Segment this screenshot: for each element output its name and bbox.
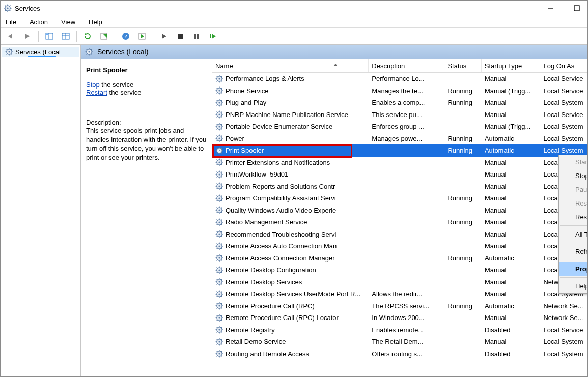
col-startup[interactable]: Startup Type: [482, 59, 541, 72]
tree-root-item[interactable]: Services (Local: [2, 47, 79, 57]
show-hide-tree-button[interactable]: [42, 30, 57, 43]
service-row[interactable]: Phone ServiceManages the te...RunningMan…: [212, 85, 587, 97]
service-name: Power: [226, 135, 244, 142]
service-row[interactable]: Program Compatibility Assistant ServiRun…: [212, 192, 587, 205]
svg-marker-12: [8, 34, 12, 39]
pause-service-button[interactable]: [189, 30, 204, 43]
service-row[interactable]: Plug and PlayEnables a comp...RunningMan…: [212, 97, 587, 109]
action-icon[interactable]: [134, 30, 150, 43]
stop-service-button[interactable]: [173, 30, 188, 43]
pane-header: Services (Local): [81, 45, 587, 59]
service-logon: Network Se...: [540, 302, 587, 310]
start-service-button[interactable]: [156, 30, 172, 43]
service-row[interactable]: Radio Management ServiceRunningManualLoc…: [212, 216, 587, 228]
restart-suffix: the service: [107, 89, 141, 96]
selected-service-name: Print Spooler: [86, 66, 207, 74]
service-row[interactable]: Portable Device Enumerator ServiceEnforc…: [212, 121, 587, 133]
service-name: Routing and Remote Access: [226, 350, 309, 358]
service-description: The Retail Dem...: [369, 338, 444, 345]
sort-asc-icon: [333, 64, 338, 66]
back-button[interactable]: [4, 30, 19, 43]
service-name: Printer Extensions and Notifications: [226, 159, 330, 166]
service-row[interactable]: Routing and Remote AccessOffers routing …: [212, 348, 587, 360]
service-row[interactable]: Remote Access Connection ManagerRunningA…: [212, 252, 587, 265]
ctx-refresh[interactable]: Refresh: [559, 245, 587, 258]
service-row[interactable]: Remote RegistryEnables remote...Disabled…: [212, 324, 587, 336]
stop-suffix: the service: [100, 81, 133, 89]
minimize-button[interactable]: [546, 4, 555, 13]
service-status: Running: [444, 87, 481, 95]
ctx-properties[interactable]: Properties: [559, 262, 587, 276]
help-button[interactable]: ?: [118, 30, 133, 43]
tree-pane: Services (Local: [1, 45, 81, 376]
svg-rect-14: [46, 33, 53, 39]
service-row[interactable]: Remote Desktop Services UserMode Port R.…: [212, 288, 587, 300]
column-header-row: Name Description Status Startup Type Log…: [212, 59, 587, 73]
service-startup: Automatic: [482, 254, 541, 262]
app-icon: [4, 4, 12, 12]
service-row[interactable]: PowerManages powe...RunningAutomaticLoca…: [212, 133, 587, 145]
service-name: Remote Access Connection Manager: [226, 254, 335, 262]
menu-help[interactable]: Help: [88, 18, 103, 26]
menu-view[interactable]: View: [60, 18, 76, 26]
restart-service-button[interactable]: [205, 30, 220, 43]
service-description: Enables a comp...: [369, 99, 444, 106]
service-name: Phone Service: [226, 87, 269, 95]
col-name[interactable]: Name: [212, 59, 369, 72]
svg-rect-31: [210, 34, 211, 38]
service-row[interactable]: Remote Procedure Call (RPC) LocatorIn Wi…: [212, 312, 587, 324]
service-row[interactable]: Remote Access Auto Connection ManManualL…: [212, 240, 587, 252]
service-row[interactable]: Remote Desktop ConfigurationManualLocal …: [212, 264, 587, 276]
service-logon: Local System: [540, 350, 587, 358]
gear-icon: [215, 350, 223, 358]
gear-icon: [215, 110, 223, 119]
service-row[interactable]: Quality Windows Audio Video ExperieManua…: [212, 205, 587, 217]
col-description[interactable]: Description: [369, 59, 444, 72]
service-info-panel: Print Spooler Stop the service Restart t…: [81, 59, 212, 376]
service-row[interactable]: Retail Demo ServiceThe Retail Dem...Manu…: [212, 336, 587, 348]
stop-link[interactable]: Stop: [86, 81, 100, 89]
gear-icon: [215, 278, 223, 286]
service-row[interactable]: Remote Procedure Call (RPC)The RPCSS ser…: [212, 300, 587, 312]
service-logon: Network Se...: [540, 314, 587, 322]
service-row[interactable]: PrintWorkflow_59d01ManualLocal System: [212, 168, 587, 181]
export-list-button[interactable]: [58, 30, 73, 43]
ctx-restart[interactable]: Restart: [559, 210, 587, 224]
service-row[interactable]: PNRP Machine Name Publication ServiceThi…: [212, 109, 587, 121]
menu-file[interactable]: File: [5, 18, 17, 26]
svg-marker-13: [25, 34, 30, 39]
col-status[interactable]: Status: [444, 59, 481, 72]
service-name: Remote Desktop Services UserMode Port R.…: [226, 290, 360, 298]
service-logon: Local System: [540, 123, 587, 130]
restart-link[interactable]: Restart: [86, 89, 107, 96]
service-row[interactable]: Remote Desktop ServicesManualNetwork Se.…: [212, 276, 587, 288]
service-startup: Manual: [482, 111, 541, 119]
svg-rect-30: [197, 34, 199, 39]
ctx-stop[interactable]: Stop: [559, 169, 587, 183]
ctx-all-tasks[interactable]: All Tasks▸: [559, 227, 587, 241]
service-row[interactable]: Recommended Troubleshooting ServiManualL…: [212, 228, 587, 241]
service-logon: Local System: [540, 99, 587, 106]
context-menu: Start Stop Pause Resume Restart All Task…: [558, 155, 587, 294]
gear-icon: [215, 326, 223, 334]
gear-icon: [215, 206, 223, 214]
svg-text:?: ?: [125, 33, 127, 39]
service-description: Enforces group ...: [369, 123, 444, 130]
svg-rect-28: [178, 34, 183, 39]
svg-rect-11: [574, 6, 579, 11]
maximize-button[interactable]: [572, 4, 581, 13]
refresh-button[interactable]: [80, 30, 95, 43]
properties-button[interactable]: [96, 30, 111, 43]
service-startup: Manual: [482, 207, 541, 214]
service-row[interactable]: Problem Reports and Solutions ContrManua…: [212, 181, 587, 193]
service-startup: Automatic: [482, 302, 541, 310]
ctx-help[interactable]: Help: [559, 279, 587, 293]
service-row[interactable]: Printer Extensions and NotificationsManu…: [212, 157, 587, 169]
service-startup: Manual: [482, 183, 541, 190]
service-row[interactable]: Print SpoolerRunningAutomaticLocal Syste…: [212, 144, 587, 157]
menu-action[interactable]: Action: [29, 18, 49, 26]
service-row[interactable]: Performance Logs & AlertsPerformance Lo.…: [212, 73, 587, 85]
col-logonas[interactable]: Log On As: [540, 59, 587, 72]
service-startup: Manual: [482, 75, 541, 82]
forward-button[interactable]: [20, 30, 35, 43]
